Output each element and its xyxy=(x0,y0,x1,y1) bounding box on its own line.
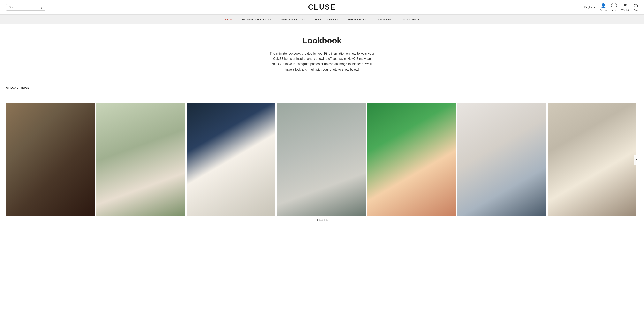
bag-label: Bag xyxy=(634,9,638,11)
person-icon: 👤 xyxy=(601,3,606,8)
info-label: Info xyxy=(612,9,616,11)
scroll-dot xyxy=(317,220,318,221)
nav-item-watch-straps[interactable]: WATCH STRAPS xyxy=(315,18,339,21)
gallery-item[interactable] xyxy=(457,103,546,216)
scroll-dot xyxy=(319,220,320,221)
upload-section: UPLOAD IMAGE xyxy=(0,80,644,95)
upload-image-button[interactable]: UPLOAD IMAGE xyxy=(6,86,30,89)
nav-item-gift-shop[interactable]: GIFT SHOP xyxy=(403,18,420,21)
language-arrow-icon: ▾ xyxy=(594,6,595,9)
gallery-section: › xyxy=(0,95,644,225)
lookbook-description: The ultimate lookbook, created by you. F… xyxy=(270,51,375,72)
scroll-indicator xyxy=(6,216,638,221)
gallery-next-button[interactable]: › xyxy=(634,155,640,165)
gallery-item[interactable] xyxy=(367,103,456,216)
header-actions: English ▾ 👤 Sign in i Info ❤ Wishlist 🛍 … xyxy=(584,3,638,11)
gallery-item[interactable] xyxy=(6,103,95,216)
bag-button[interactable]: 🛍 Bag xyxy=(634,3,638,11)
nav-item-jewellery[interactable]: JEWELLERY xyxy=(376,18,394,21)
main-navigation: SALE WOMEN'S WATCHES MEN'S WATCHES WATCH… xyxy=(0,14,644,24)
scroll-dot xyxy=(324,220,325,221)
lookbook-title: Lookbook xyxy=(4,36,640,45)
wishlist-button[interactable]: ❤ Wishlist xyxy=(622,3,629,11)
nav-item-womens-watches[interactable]: WOMEN'S WATCHES xyxy=(242,18,272,21)
heart-icon: ❤ xyxy=(623,3,627,8)
sign-in-button[interactable]: 👤 Sign in xyxy=(600,3,606,11)
gallery-grid xyxy=(6,103,638,216)
nav-item-backpacks[interactable]: BACKPACKS xyxy=(348,18,367,21)
nav-item-sale[interactable]: SALE xyxy=(224,18,232,21)
sign-in-label: Sign in xyxy=(600,9,606,11)
search-icon: ⚲ xyxy=(40,5,43,9)
lookbook-hero: Lookbook The ultimate lookbook, created … xyxy=(0,24,644,80)
scroll-dot xyxy=(326,220,328,221)
nav-item-mens-watches[interactable]: MEN'S WATCHES xyxy=(281,18,306,21)
site-logo[interactable]: CLUSE xyxy=(308,3,336,11)
info-icon: i xyxy=(611,3,617,8)
bag-icon: 🛍 xyxy=(634,3,638,8)
gallery-item[interactable] xyxy=(277,103,366,216)
scroll-dot xyxy=(321,220,323,221)
search-input[interactable] xyxy=(9,6,39,9)
gallery-item[interactable] xyxy=(187,103,275,216)
gallery-item[interactable] xyxy=(96,103,185,216)
gallery-item[interactable] xyxy=(548,103,636,216)
wishlist-label: Wishlist xyxy=(622,9,629,11)
language-selector[interactable]: English ▾ xyxy=(584,6,596,9)
language-label: English xyxy=(584,6,593,9)
site-header: ⚲ CLUSE English ▾ 👤 Sign in i Info ❤ Wis… xyxy=(0,0,644,14)
upload-divider xyxy=(6,93,638,93)
search-box[interactable]: ⚲ xyxy=(6,4,45,10)
info-button[interactable]: i Info xyxy=(611,3,617,11)
